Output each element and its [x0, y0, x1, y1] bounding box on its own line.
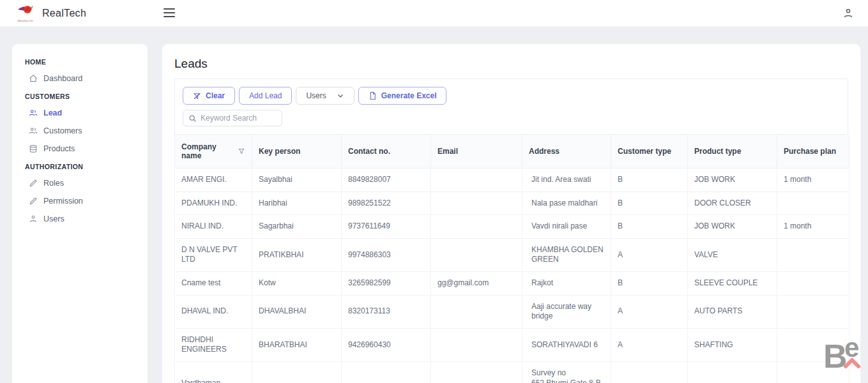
sidebar-item-roles[interactable]: Roles [12, 174, 148, 192]
cell-key-person: Kotw [252, 271, 342, 295]
filter-icon[interactable] [238, 147, 245, 155]
users-dropdown[interactable]: Users [296, 87, 354, 105]
cell-key-person: Sayalbhai [252, 169, 342, 192]
cell-purchase-plan: 1 month [777, 215, 849, 239]
cell-address: Jit ind. Area swati [522, 169, 611, 192]
cell-customer-type: B [611, 361, 688, 383]
column-header-customer-type: Customer type [611, 135, 688, 169]
column-header-contact: Contact no. [342, 135, 431, 169]
leads-table: Company name Key person Contact no. Emai… [174, 135, 849, 383]
generate-excel-button[interactable]: Generate Excel [358, 87, 447, 105]
top-navbar: Wealthia Inc RealTech [0, 0, 868, 27]
column-header-key-person: Key person [252, 135, 342, 169]
sidebar: HOME Dashboard CUSTOMERS Lead Customers … [11, 43, 148, 383]
cell-customer-type: B [611, 169, 688, 192]
cell-contact: 9426960430 [342, 328, 431, 361]
table-row[interactable]: AMAR ENGI.Sayalbhai8849828007Jit ind. Ar… [175, 169, 849, 192]
table-row[interactable]: Cname testKotw3265982599gg@gmail.comRajk… [175, 271, 849, 295]
table-row[interactable]: RIDHDHI ENGINEERSBHARATBHAI9426960430SOR… [175, 328, 849, 361]
bird-logo-icon [17, 4, 34, 18]
brand: Wealthia Inc RealTech [17, 4, 86, 22]
column-header-company[interactable]: Company name [175, 135, 252, 169]
cell-key-person: PRATIKBHAI [252, 238, 342, 271]
sidebar-section-customers: CUSTOMERS [12, 87, 148, 104]
cell-address: KHAMBHA GOLDEN GREEN [522, 238, 611, 271]
cell-product-type: JOB WORK [688, 169, 777, 192]
cell-contact: 9099020421 [342, 361, 431, 383]
keyword-search [183, 110, 282, 126]
toolbar: Clear Add Lead Users Generate Excel [174, 79, 848, 135]
sidebar-item-label: Users [43, 214, 65, 223]
sidebar-item-label: Dashboard [43, 74, 82, 83]
user-profile-icon[interactable] [842, 8, 854, 22]
brand-logo-caption: Wealthia Inc [17, 19, 34, 22]
pencil-icon [29, 197, 38, 206]
cell-email [431, 328, 522, 361]
table-row[interactable]: Vardhaman Engimech private limitedSiddha… [175, 361, 849, 383]
cell-company: NIRALI IND. [175, 215, 252, 239]
cell-product-type: AUTO PARTS [688, 295, 777, 328]
cell-email [431, 238, 522, 271]
filter-clear-icon [193, 92, 201, 100]
cell-purchase-plan [777, 295, 849, 328]
watermark-caret-icon [844, 357, 860, 369]
cell-product-type: VALVE [688, 238, 777, 271]
sidebar-item-label: Permission [43, 197, 83, 206]
table-row[interactable]: NIRALI IND.Sagarbhai9737611649Vavdi nira… [175, 215, 849, 239]
sidebar-item-users[interactable]: Users [12, 210, 148, 228]
cell-company: AMAR ENGI. [175, 169, 252, 192]
cell-customer-type: B [611, 215, 688, 239]
cell-customer-type: A [611, 295, 688, 328]
cell-customer-type: A [611, 238, 688, 271]
database-icon [29, 144, 38, 153]
people-icon [29, 109, 38, 117]
cell-address: SORATHIYAVADI 6 [522, 328, 611, 361]
sidebar-item-lead[interactable]: Lead [12, 104, 148, 122]
sidebar-item-permission[interactable]: Permission [12, 192, 148, 210]
cell-customer-type: B [611, 192, 688, 215]
cell-email: gg@gmail.com [431, 271, 522, 295]
column-header-purchase-plan: Purchase plan [777, 135, 849, 169]
search-input[interactable] [201, 114, 271, 123]
cell-purchase-plan [777, 192, 849, 215]
sidebar-item-label: Roles [43, 179, 64, 188]
add-lead-button[interactable]: Add Lead [239, 87, 292, 105]
cell-company: Cname test [175, 271, 252, 295]
sidebar-item-customers[interactable]: Customers [12, 122, 148, 140]
cell-product-type: SLEEVE COUPLE [688, 271, 777, 295]
chevron-down-icon [337, 92, 344, 100]
cell-address: Survey no 652,Bhumi Gate,8-B National Hi… [522, 361, 611, 383]
cell-address: Aaji accurate way bridge [522, 295, 611, 328]
column-header-address: Address [522, 135, 611, 169]
cell-key-person: Sagarbhai [252, 215, 342, 239]
cell-email [431, 295, 522, 328]
cell-email [431, 215, 522, 239]
cell-address: Nala pase maldhari [522, 192, 611, 215]
brand-logo: Wealthia Inc [17, 4, 34, 22]
sidebar-item-products[interactable]: Products [12, 140, 148, 158]
cell-contact: 9974886303 [342, 238, 431, 271]
cell-customer-type: A [611, 328, 688, 361]
cell-company: D N VALVE PVT LTD [175, 238, 252, 271]
sidebar-item-label: Lead [43, 109, 62, 117]
cell-email [431, 192, 522, 215]
table-row[interactable]: DHAVAL IND.DHAVALBHAI8320173113Aaji accu… [175, 295, 849, 328]
clear-button[interactable]: Clear [183, 87, 235, 105]
page-title: Leads [174, 57, 848, 71]
sidebar-item-dashboard[interactable]: Dashboard [12, 70, 148, 87]
cell-product-type: JOB WORK [688, 215, 777, 239]
pencil-icon [29, 179, 38, 188]
cell-address: Rajkot [522, 271, 611, 295]
cell-contact: 8320173113 [342, 295, 431, 328]
sidebar-section-home: HOME [12, 53, 148, 70]
sidebar-item-label: Products [43, 144, 75, 153]
table-header-row: Company name Key person Contact no. Emai… [175, 135, 849, 169]
cell-email: info@vempl.com [431, 361, 522, 383]
hamburger-menu-icon[interactable] [164, 8, 176, 19]
cell-company: Vardhaman Engimech private limited [175, 361, 252, 383]
sidebar-section-authorization: AUTHORIZATION [12, 158, 148, 174]
table-row[interactable]: D N VALVE PVT LTDPRATIKBHAI9974886303KHA… [175, 238, 849, 271]
home-icon [29, 74, 38, 83]
cell-key-person: Haribhai [252, 192, 342, 215]
table-row[interactable]: PDAMUKH IND.Haribhai9898251522Nala pase … [175, 192, 849, 215]
